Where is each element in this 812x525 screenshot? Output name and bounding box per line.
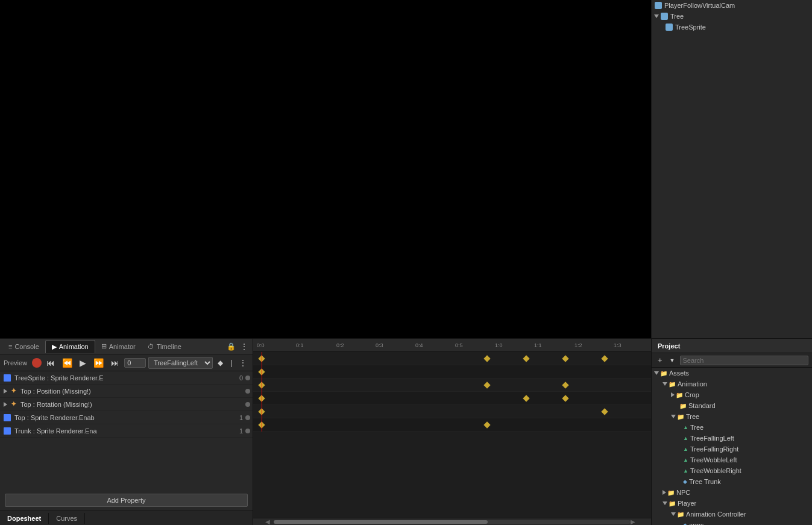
- prop-name-0: TreeSprite : Sprite Renderer.E: [14, 374, 239, 382]
- tree-item-tree-trunk[interactable]: ◆ Tree Trunk: [652, 476, 812, 487]
- cube-icon: [654, 1, 663, 10]
- animator-icon: ⊞: [101, 342, 107, 350]
- tab-timeline[interactable]: ⏱ Timeline: [142, 340, 187, 353]
- add-dropdown-button[interactable]: ▼: [667, 356, 678, 365]
- assets-folder-icon: 📁: [660, 370, 667, 377]
- tab-console-label: Console: [14, 343, 39, 350]
- tree-item-treewobbleright[interactable]: ▲ TreeWobbleRight: [652, 465, 812, 476]
- play-button[interactable]: ▶: [77, 357, 89, 369]
- record-button[interactable]: [32, 358, 42, 368]
- bottom-tab-dopesheet[interactable]: Dopesheet: [0, 513, 49, 524]
- tree-trunk-icon: ◆: [683, 479, 687, 485]
- tree-item-anim-controller[interactable]: 📁 Animation Controller: [652, 509, 812, 520]
- animation-clip-selector[interactable]: TreeFallingLeft: [148, 357, 213, 369]
- scrollbar-thumb[interactable]: [274, 520, 488, 524]
- track-row-2[interactable]: [253, 379, 651, 392]
- sprite-icon-3: [2, 413, 12, 423]
- prop-row-trunk-sprite-enable[interactable]: Trunk : Sprite Renderer.Ena 1: [0, 424, 253, 438]
- tree-item-treefallingright[interactable]: ▲ TreeFallingRight: [652, 444, 812, 454]
- prop-row-treesprite-sprite[interactable]: TreeSprite : Sprite Renderer.E 0: [0, 371, 253, 385]
- tree-item-assets[interactable]: 📁 Assets: [652, 368, 812, 379]
- sprite-icon-0: [2, 373, 12, 383]
- tab-animation-label: Animation: [59, 343, 89, 350]
- console-icon: ≡: [8, 343, 12, 350]
- tree-item-treefallingleft[interactable]: ▲ TreeFallingLeft: [652, 433, 812, 444]
- prev-frame-button[interactable]: ⏪: [60, 357, 75, 369]
- tab-animation[interactable]: ▶ Animation: [45, 340, 95, 353]
- settings-button[interactable]: ⋮: [237, 357, 249, 368]
- track-row-4[interactable]: [253, 405, 651, 418]
- transform-icon-2: ✦: [8, 400, 18, 409]
- animation-icon: ▶: [52, 343, 57, 351]
- hierarchy-label-playerfollow: PlayerFollowVirtualCam: [664, 2, 735, 9]
- track-row-0[interactable]: [253, 352, 651, 365]
- standard-folder-icon: 📁: [679, 403, 687, 409]
- hierarchy-item-treesprite[interactable]: TreeSprite: [652, 22, 812, 33]
- project-toolbar: + ▼: [652, 353, 812, 368]
- more-options-button[interactable]: ⋮: [238, 341, 250, 352]
- prop-row-top-sprite-enable[interactable]: Top : Sprite Renderer.Enab 1: [0, 411, 253, 424]
- scrollbar-track[interactable]: [274, 520, 631, 524]
- tab-animator-label: Animator: [109, 343, 136, 350]
- project-tabs: Project: [652, 339, 812, 353]
- add-asset-button[interactable]: +: [655, 354, 665, 366]
- animation-tabs-bar: ≡ Console ▶ Animation ⊞ Animator ⏱ Timel…: [0, 339, 253, 354]
- scroll-left-button[interactable]: ◀: [265, 518, 274, 525]
- treewobbleright-icon: ▲: [683, 468, 688, 474]
- animation-bottom-tabs: Dopesheet Curves: [0, 511, 253, 525]
- tree-item-treewobbleft[interactable]: ▲ TreeWobbleLeft: [652, 454, 812, 465]
- bottom-tab-curves[interactable]: Curves: [49, 513, 85, 524]
- add-event-button[interactable]: |: [228, 357, 234, 368]
- cube-icon-tree: [660, 12, 669, 20]
- hierarchy-item-playerfollow[interactable]: PlayerFollowVirtualCam: [652, 0, 812, 11]
- npc-arrow: [663, 490, 666, 495]
- frame-input[interactable]: [124, 358, 146, 368]
- track-row-3[interactable]: [253, 392, 651, 405]
- prop-dot-0: [245, 376, 250, 380]
- prop-row-top-rotation[interactable]: ✦ Top : Rotation (Missing!): [0, 398, 253, 411]
- time-ruler: 0:0 0:1 0:2 0:3 0:4 0:5 1:0 1:1 1:2 1:3: [253, 339, 651, 352]
- goto-start-button[interactable]: ⏮: [44, 357, 57, 369]
- tree-item-tree-folder[interactable]: 📁 Tree: [652, 411, 812, 422]
- tab-animator[interactable]: ⊞ Animator: [95, 340, 142, 353]
- keyframe-t0-4: [601, 355, 608, 362]
- playhead: [262, 352, 262, 432]
- add-property-button[interactable]: Add Property: [5, 494, 248, 507]
- add-keyframe-button[interactable]: ◆: [215, 357, 225, 368]
- project-tab[interactable]: Project: [652, 341, 686, 351]
- keyframe-t4-1: [601, 408, 608, 415]
- arms-label: arms: [689, 521, 703, 525]
- prop-name-2: Top : Rotation (Missing!): [20, 401, 245, 408]
- crop-folder-icon: 📁: [676, 392, 683, 398]
- treewobbleright-label: TreeWobbleRight: [690, 467, 741, 474]
- tree-item-standard[interactable]: 📁 Standard: [652, 400, 812, 411]
- next-frame-button[interactable]: ⏩: [91, 357, 106, 369]
- keyframe-t2-1: [483, 382, 490, 388]
- hierarchy-item-tree[interactable]: Tree: [652, 11, 812, 22]
- prop-row-top-position[interactable]: ✦ Top : Position (Missing!): [0, 385, 253, 398]
- crop-arrow: [671, 392, 675, 397]
- lock-button[interactable]: 🔒: [224, 341, 238, 352]
- keyframe-t0-3: [562, 355, 568, 362]
- track-row-1[interactable]: [253, 365, 651, 379]
- tree-item-player[interactable]: 📁 Player: [652, 498, 812, 509]
- animation-left-panel: ≡ Console ▶ Animation ⊞ Animator ⏱ Timel…: [0, 339, 253, 525]
- tree-item-tree-anim[interactable]: ▲ Tree: [652, 422, 812, 433]
- timeline-scrollbar[interactable]: ◀ ▶: [253, 518, 651, 525]
- tree-item-arms[interactable]: ◆ arms: [652, 520, 812, 525]
- tree-item-npc[interactable]: 📁 NPC: [652, 487, 812, 498]
- project-tree: 📁 Assets 📁 Animation 📁 Crop 📁 Standard: [652, 368, 812, 525]
- keyframe-t0-2: [523, 355, 529, 362]
- tree-folder-icon: 📁: [677, 413, 684, 420]
- scroll-right-button[interactable]: ▶: [631, 518, 639, 525]
- track-row-5[interactable]: [253, 418, 651, 432]
- prop-value-0: 0: [239, 374, 243, 382]
- tree-item-animation[interactable]: 📁 Animation: [652, 379, 812, 389]
- transform-icon-1: ✦: [8, 386, 18, 396]
- timeline-panel: 0:0 0:1 0:2 0:3 0:4 0:5 1:0 1:1 1:2 1:3: [253, 339, 651, 525]
- goto-end-button[interactable]: ⏭: [109, 357, 122, 369]
- project-search-input[interactable]: [680, 356, 808, 365]
- tab-console[interactable]: ≡ Console: [2, 340, 45, 353]
- tree-item-crop[interactable]: 📁 Crop: [652, 389, 812, 400]
- sprite-icon-4: [2, 426, 12, 436]
